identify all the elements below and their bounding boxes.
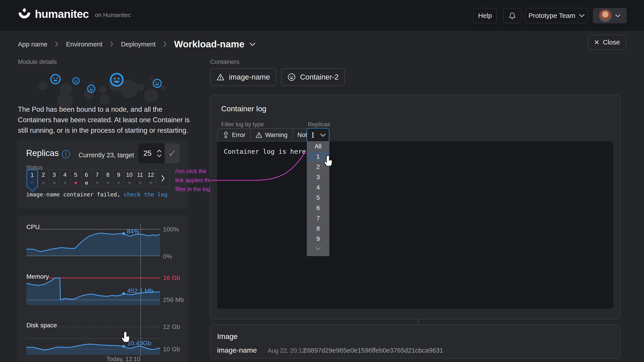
replicas-select[interactable]: I bbox=[306, 128, 330, 142]
dropdown-item-2[interactable]: 2 bbox=[307, 162, 330, 172]
replica-box[interactable]: 11 bbox=[134, 170, 145, 187]
image-panel: Image image-name Aug 22, 20:12 26897d29e… bbox=[210, 325, 620, 359]
smiley-icon bbox=[288, 73, 296, 81]
pod-status-text: The Pod has been bound to a node, and al… bbox=[18, 104, 192, 136]
bell-icon bbox=[508, 12, 516, 20]
help-button[interactable]: Help bbox=[473, 8, 497, 23]
humanitec-logo[interactable]: humanitec on Humanitec bbox=[18, 7, 131, 20]
log-filter-group: Error Warning Notice bbox=[217, 128, 320, 141]
replica-box[interactable]: 12 bbox=[145, 170, 156, 187]
bubble bbox=[137, 83, 145, 91]
pod-smiley-icon bbox=[87, 84, 96, 94]
replica-next-button[interactable] bbox=[156, 170, 170, 187]
memory-baseline-label: 256 Mb bbox=[163, 296, 184, 304]
dropdown-item-9[interactable]: 9 bbox=[307, 234, 330, 244]
pod-smiley-icon bbox=[50, 74, 61, 85]
dropdown-item-1[interactable]: 1 bbox=[307, 151, 330, 162]
chevron-down-icon bbox=[249, 42, 256, 46]
replica-box[interactable]: 7 bbox=[92, 170, 102, 187]
pod-smiley-icon bbox=[110, 73, 124, 88]
stepper-up-icon[interactable] bbox=[157, 150, 162, 153]
check-the-log-link[interactable]: check the log bbox=[124, 191, 168, 198]
close-button[interactable]: × Close bbox=[588, 35, 626, 50]
dropdown-item-all[interactable]: All bbox=[307, 141, 330, 151]
dropdown-scroll-more[interactable] bbox=[307, 244, 330, 253]
pod-smiley-icon bbox=[152, 79, 162, 89]
dropdown-item-4[interactable]: 4 bbox=[307, 182, 330, 193]
dropdown-item-5[interactable]: 5 bbox=[307, 193, 330, 203]
bubble bbox=[38, 81, 48, 90]
replica-box[interactable]: 5 bbox=[70, 170, 81, 187]
breadcrumb-app-name[interactable]: App name bbox=[18, 41, 48, 48]
humanitec-logo-icon bbox=[18, 7, 31, 20]
dropdown-item-6[interactable]: 6 bbox=[307, 203, 330, 213]
humanitec-app: humanitec on Humanitec Help Prototype Te… bbox=[0, 0, 644, 362]
replica-box[interactable]: 10 bbox=[124, 170, 134, 187]
disk-cursor-value: 10.43Gb bbox=[127, 340, 151, 347]
memory-cursor-value: 452.1 Mb bbox=[127, 287, 154, 295]
image-date: Aug 22, 20:12 bbox=[268, 347, 305, 354]
cpu-chart[interactable] bbox=[26, 225, 160, 260]
warning-icon bbox=[255, 132, 262, 138]
container-tab-label: image-name bbox=[229, 73, 270, 81]
replica-box[interactable]: 4 bbox=[60, 170, 70, 187]
chevron-down-icon bbox=[615, 14, 620, 17]
log-output-area[interactable]: Container log is here bbox=[217, 141, 613, 309]
logo-wordmark: humanitec bbox=[35, 7, 89, 20]
container-tab-container-2[interactable]: Container-2 bbox=[281, 68, 345, 86]
pod-smiley-icon bbox=[72, 77, 80, 86]
breadcrumb: App name Environment Deployment Workload… bbox=[18, 35, 256, 53]
replica-box[interactable]: 3 bbox=[49, 170, 60, 187]
cpu-cursor-value: 84% bbox=[127, 228, 139, 235]
workload-name-dropdown[interactable]: Workload-name bbox=[174, 39, 256, 50]
chevron-down-icon bbox=[579, 14, 585, 17]
filter-warning-button[interactable]: Warning bbox=[250, 129, 292, 141]
dropdown-item-3[interactable]: 3 bbox=[307, 172, 330, 182]
replicas-current-text: Currently 23, target bbox=[78, 151, 134, 159]
chevron-down-icon bbox=[315, 247, 321, 250]
dropdown-item-7[interactable]: 7 bbox=[307, 213, 330, 223]
container-tab-label: Container-2 bbox=[300, 73, 338, 81]
memory-limit-label: 16 Gb bbox=[163, 274, 180, 282]
user-menu[interactable] bbox=[593, 8, 626, 23]
bubble bbox=[99, 86, 106, 93]
help-label: Help bbox=[478, 12, 492, 19]
filter-error-button[interactable]: Error bbox=[218, 129, 250, 141]
container-tab-image-name[interactable]: image-name bbox=[210, 68, 276, 86]
failure-message: image-name container failed, check the l… bbox=[26, 191, 168, 198]
breadcrumb-deployment[interactable]: Deployment bbox=[121, 41, 156, 48]
module-details-label: Module details bbox=[18, 58, 57, 65]
image-name: image-name bbox=[217, 346, 257, 355]
bubble bbox=[144, 89, 158, 103]
chevron-right-icon bbox=[55, 41, 58, 47]
replica-status-row: 123456789101112 bbox=[26, 170, 170, 187]
dropdown-item-8[interactable]: 8 bbox=[307, 223, 330, 234]
log-placeholder-text: Container log is here bbox=[224, 148, 306, 155]
notifications-button[interactable] bbox=[503, 8, 522, 23]
avatar bbox=[599, 9, 612, 22]
replica-box[interactable]: 8 bbox=[102, 170, 113, 187]
replica-box-selected[interactable]: 1 bbox=[26, 170, 38, 187]
replicas-title: Replicas bbox=[26, 148, 59, 158]
team-label: Prototype Team bbox=[528, 12, 575, 19]
info-icon[interactable]: i bbox=[62, 150, 70, 158]
breadcrumb-environment[interactable]: Environment bbox=[66, 41, 102, 48]
apply-replicas-button[interactable]: ✓ bbox=[165, 143, 180, 163]
disk-min-label: 10 Gb bbox=[163, 346, 180, 353]
stepper-down-icon[interactable] bbox=[157, 154, 162, 157]
container-log-title: Container log bbox=[221, 104, 266, 113]
replica-box[interactable]: 6 bbox=[81, 170, 92, 187]
bubble bbox=[99, 94, 109, 105]
text-cursor: I bbox=[312, 131, 314, 139]
replica-box[interactable]: 9 bbox=[113, 170, 124, 187]
failure-text: image-name container failed, bbox=[26, 191, 124, 198]
workload-name: Workload-name bbox=[174, 39, 244, 50]
replicas-target-stepper[interactable]: 25 bbox=[138, 143, 165, 163]
info-glyph: i bbox=[65, 151, 67, 157]
chevron-down-icon bbox=[320, 133, 326, 137]
logo-suffix: on Humanitec bbox=[95, 12, 131, 18]
filter-error-label: Error bbox=[232, 132, 245, 139]
cpu-min-label: 0% bbox=[163, 253, 172, 260]
replica-box[interactable]: 2 bbox=[38, 170, 49, 187]
team-switcher[interactable]: Prototype Team bbox=[525, 8, 588, 23]
